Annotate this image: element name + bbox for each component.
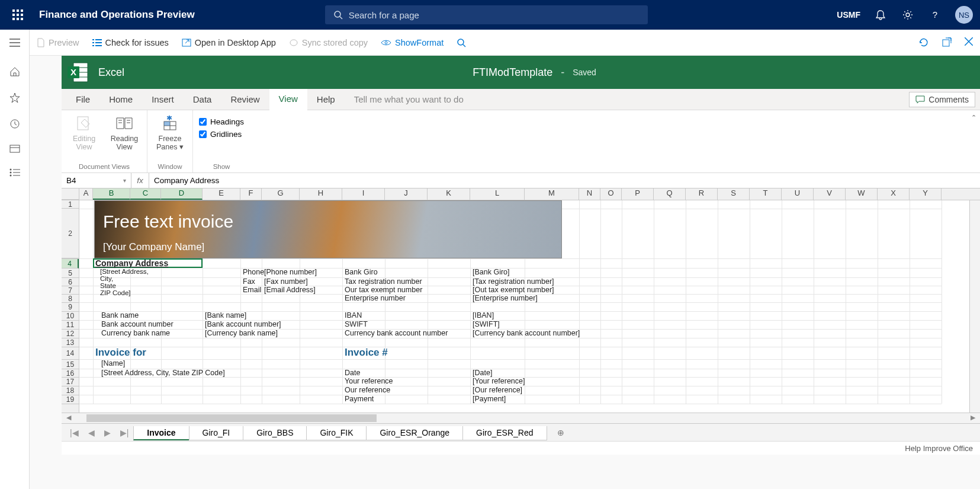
sheet-tab-giro_fik[interactable]: Giro_FIK [306,426,367,440]
row-header-15[interactable]: 15 [62,360,79,369]
close-icon[interactable] [965,37,973,48]
check-issues-button[interactable]: Check for issues [92,38,169,47]
show-format-button[interactable]: ShowFormat [381,38,444,47]
row-header-4[interactable]: 4 [62,259,79,269]
cell-invoice-for[interactable]: Invoice for [95,347,146,359]
cell-I5[interactable]: Bank Giro [345,268,378,277]
add-sheet-button[interactable]: ⊕ [557,428,564,437]
cell-L10[interactable]: [IBAN] [473,311,494,320]
sheet-tab-invoice[interactable]: Invoice [133,426,189,440]
row-header-17[interactable]: 17 [62,378,79,386]
reading-view-button[interactable]: Reading View [108,114,141,152]
row-header-1[interactable]: 1 [62,200,79,209]
sheet-nav-first[interactable]: |◀ [65,428,83,437]
tab-view[interactable]: View [269,89,307,110]
col-header-T[interactable]: T [750,188,782,200]
col-header-N[interactable]: N [579,188,600,200]
sheet-tab-giro_esr_red[interactable]: Giro_ESR_Red [462,426,547,440]
row-header-5[interactable]: 5 [62,269,79,278]
row-header-14[interactable]: 14 [62,347,79,360]
row-header-9[interactable]: 9 [62,303,79,312]
col-header-C[interactable]: C [130,188,161,200]
cell-company-address[interactable]: Company Address [95,258,168,268]
cell-I7[interactable]: Our tax exempt number [345,286,422,294]
popout-icon[interactable] [942,37,952,48]
sheet-nav-last[interactable]: ▶| [115,428,134,437]
col-header-I[interactable]: I [342,188,385,200]
row-header-7[interactable]: 7 [62,286,79,295]
cell-L7[interactable]: [Out tax exempt number] [473,286,554,294]
cell-B16[interactable]: [Street Address, City, State ZIP Code] [95,369,225,377]
module-icon[interactable] [9,145,20,153]
row-header-11[interactable]: 11 [62,321,79,330]
col-header-V[interactable]: V [814,188,846,200]
cell-L6[interactable]: [Tax registration number] [473,277,554,286]
col-header-H[interactable]: H [300,188,342,200]
col-header-X[interactable]: X [878,188,910,200]
fx-icon[interactable]: fx [131,173,149,188]
refresh-icon[interactable] [918,37,929,48]
cell-L5[interactable]: [Bank Giro] [473,268,510,277]
cell-B11[interactable]: Bank account number [95,320,173,329]
list-icon[interactable] [9,168,20,177]
tab-insert[interactable]: Insert [142,89,184,110]
comments-button[interactable]: Comments [909,92,975,107]
scrollbar-horizontal[interactable]: ◀ ▶ [62,413,980,423]
star-icon[interactable] [9,92,20,103]
cell-phone-label[interactable]: Phone [243,268,264,277]
tab-home[interactable]: Home [99,89,142,110]
row-header-10[interactable]: 10 [62,312,79,321]
cell-I12[interactable]: Currency bank account number [345,329,448,338]
help-improve-link[interactable]: Help Improve Office [905,444,973,453]
col-header-B[interactable]: B [93,188,130,200]
name-box[interactable]: B4 ▾ [62,173,131,188]
sheet-tab-giro_fi[interactable]: Giro_FI [189,426,244,440]
cell-L19[interactable]: [Payment] [473,395,506,404]
cell-L8[interactable]: [Enterprise number] [473,294,538,302]
cell-E11[interactable]: [Bank account number] [205,320,281,329]
search-input[interactable]: Search for a page [325,5,648,24]
col-header-K[interactable]: K [428,188,470,200]
scrollbar-vertical[interactable] [969,200,980,423]
col-header-Y[interactable]: Y [910,188,942,200]
cell-E10[interactable]: [Bank name] [205,311,246,320]
cell-G7[interactable]: [Email Address] [264,286,316,294]
freeze-panes-button[interactable]: ✱ Freeze Panes ▾ [153,114,187,152]
col-header-Q[interactable]: Q [654,188,686,200]
cell-invoice-num[interactable]: Invoice # [345,347,388,359]
col-header-E[interactable]: E [203,188,240,200]
cell-E12[interactable]: [Currency bank name] [205,329,278,338]
cell-I11[interactable]: SWIFT [345,320,368,329]
col-header-F[interactable]: F [240,188,262,200]
cell-G6[interactable]: [Fax number] [264,277,308,286]
row-header-12[interactable]: 12 [62,330,79,338]
col-header-W[interactable]: W [846,188,878,200]
tab-review[interactable]: Review [221,89,269,110]
bell-icon[interactable] [873,8,888,22]
collapse-ribbon-icon[interactable]: ⌃ [971,114,976,122]
col-header-P[interactable]: P [622,188,654,200]
row-header-16[interactable]: 16 [62,369,79,378]
col-header-R[interactable]: R [686,188,718,200]
cell-I10[interactable]: IBAN [345,311,362,320]
tab-file[interactable]: File [66,89,99,110]
hamburger-icon[interactable] [0,30,30,56]
cell-L11[interactable]: [SWIFT] [473,320,500,329]
col-header-A[interactable]: A [79,188,93,200]
spreadsheet-grid[interactable]: ABCDEFGHIJKLMNOPQRSTUVWXY 12456789101112… [62,188,980,423]
cell-L17[interactable]: [Your reference] [473,377,525,386]
sheet-nav-next[interactable]: ▶ [99,428,115,437]
document-name[interactable]: FTIModTemplate - Saved [473,66,596,79]
row-header-2[interactable]: 2 [62,209,79,258]
cell-F6[interactable]: Fax [243,277,255,286]
cell-L18[interactable]: [Our reference] [473,386,522,395]
cell-I18[interactable]: Our reference [345,386,390,395]
cell-I8[interactable]: Enterprise number [345,294,406,302]
gear-icon[interactable] [901,8,915,22]
app-launcher-icon[interactable] [7,9,28,20]
cell-I16[interactable]: Date [345,369,360,377]
col-header-S[interactable]: S [718,188,750,200]
col-header-O[interactable]: O [600,188,622,200]
tab-data[interactable]: Data [184,89,221,110]
cell-G5[interactable]: [Phone number] [264,268,317,277]
